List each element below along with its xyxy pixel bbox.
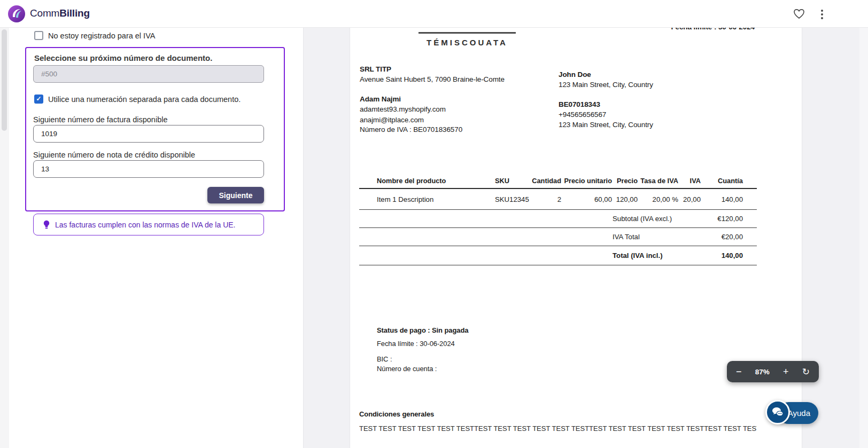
- buyer-phone: +94565656567: [559, 111, 606, 119]
- subtotal-row: Subtotal (IVA excl.) €120,00: [359, 210, 757, 228]
- seller-address: Avenue Saint Hubert 5, 7090 Braine-le-Co…: [360, 75, 505, 83]
- left-panel-scrollbar[interactable]: [0, 28, 9, 448]
- document-number-title: Seleccione su próximo número de document…: [34, 53, 212, 62]
- zoom-controls: − 87% + ↻: [727, 361, 819, 382]
- favorite-heart-icon[interactable]: [793, 7, 808, 21]
- document-number-input[interactable]: [33, 65, 264, 83]
- buyer-address2: 123 Main Street, City, Country: [559, 121, 653, 129]
- invoice-items-table: Nombre del producto SKU Cantidad Precio …: [359, 173, 757, 265]
- invoice-company-name: TÉMISCOUATA: [413, 38, 521, 47]
- table-row: Item 1 Description SKU12345 2 60,00 120,…: [359, 189, 757, 210]
- buyer-address: 123 Main Street, City, Country: [559, 81, 653, 89]
- payment-account-line: Número de cuenta :: [377, 365, 437, 373]
- cell-sku: SKU12345: [487, 195, 530, 203]
- seller-vat-number: Número de IVA : BE0701836570: [360, 125, 462, 133]
- help-chat-icon[interactable]: [765, 400, 790, 425]
- subtotal-value: €120,00: [677, 215, 757, 223]
- col-header-product: Nombre del producto: [359, 177, 487, 185]
- cell-unit-price: 60,00: [561, 195, 612, 203]
- buyer-account-number: BE07018343: [559, 100, 600, 108]
- col-header-vat-rate: Tasa de IVA: [638, 177, 678, 185]
- seller-contact-name: Adam Najmi: [360, 95, 401, 103]
- payment-bic-line: BIC :: [377, 355, 392, 363]
- col-header-vat: IVA: [678, 177, 701, 185]
- separate-numbering-checkbox[interactable]: [34, 95, 43, 104]
- cell-vat: 20,00: [678, 195, 701, 203]
- left-panel-scrollbar-thumb[interactable]: [2, 29, 7, 131]
- kebab-menu-icon[interactable]: [817, 7, 827, 22]
- col-header-unit-price: Precio unitario: [561, 177, 612, 185]
- subtotal-label: Subtotal (IVA excl.): [613, 215, 677, 223]
- commbilling-logo-icon[interactable]: [7, 5, 26, 23]
- grand-total-label: Total (IVA incl.): [613, 251, 677, 260]
- vat-registered-checkbox[interactable]: [34, 31, 43, 40]
- zoom-reset-icon[interactable]: ↻: [802, 367, 810, 376]
- col-header-amount: Cuantía: [701, 177, 757, 185]
- grand-total-value: 140,00: [677, 251, 757, 260]
- zoom-out-button[interactable]: −: [736, 367, 742, 376]
- seller-email: anajmi@itplace.com: [360, 116, 424, 124]
- invoice-preview-page: Fecha límite : 30-06-2024 TÉMISCOUATA SR…: [350, 28, 802, 448]
- invoice-number-label: Siguiente número de factura disponible: [33, 115, 168, 124]
- zoom-in-button[interactable]: +: [783, 367, 789, 376]
- vat-total-value: €20,00: [677, 233, 757, 241]
- lightbulb-icon: [42, 219, 51, 230]
- col-header-quantity: Cantidad: [530, 177, 561, 185]
- terms-text: TEST TEST TEST TEST TEST TESTTEST TEST T…: [359, 425, 757, 433]
- brand-suffix: Billing: [59, 7, 90, 19]
- table-header-row: Nombre del producto SKU Cantidad Precio …: [359, 173, 757, 189]
- seller-website: adamtest93.myshopify.com: [360, 105, 446, 113]
- vat-total-row: IVA Total €20,00: [359, 228, 757, 246]
- cell-price: 120,00: [612, 195, 638, 203]
- vat-compliance-note-text: Las facturas cumplen con las normas de I…: [55, 221, 235, 229]
- page-scrollbar[interactable]: [859, 28, 868, 448]
- credit-note-number-label: Siguiente número de nota de crédito disp…: [33, 151, 195, 159]
- invoice-due-date-top: Fecha límite : 30-06-2024: [671, 28, 755, 31]
- payment-due-line: Fecha límite : 30-06-2024: [377, 340, 455, 348]
- preview-gutter: [802, 28, 859, 448]
- col-header-sku: SKU: [487, 177, 530, 185]
- col-header-price: Precio: [612, 177, 638, 185]
- payment-status-line: Status de pago : Sin pagada: [377, 326, 468, 334]
- vat-registered-label: No estoy registrado para el IVA: [48, 32, 155, 40]
- cell-product: Item 1 Description: [359, 195, 487, 203]
- cell-vat-rate: 20,00 %: [638, 195, 678, 203]
- cell-quantity: 2: [530, 195, 561, 203]
- credit-note-number-input[interactable]: [33, 160, 264, 178]
- grand-total-row: Total (IVA incl.) 140,00: [359, 246, 757, 265]
- vat-total-label: IVA Total: [613, 233, 677, 241]
- panel-gutter: [303, 28, 350, 448]
- invoice-brand-rule: [418, 32, 516, 34]
- zoom-level: 87%: [755, 368, 770, 376]
- next-button[interactable]: Siguiente: [207, 187, 264, 203]
- seller-company: SRL TITP: [360, 65, 391, 73]
- buyer-name: John Doe: [559, 70, 591, 78]
- cell-amount: 140,00: [701, 195, 757, 203]
- brand-prefix: Comm: [30, 7, 59, 19]
- brand-title: CommBilling: [30, 7, 90, 19]
- invoice-number-input[interactable]: [33, 125, 264, 143]
- separate-numbering-label: Utilice una numeración separada para cad…: [48, 95, 241, 104]
- vat-compliance-note: Las facturas cumplen con las normas de I…: [33, 214, 264, 235]
- help-button-label: Ayuda: [788, 408, 810, 418]
- terms-title: Condiciones generales: [359, 410, 434, 418]
- app-header: CommBilling: [0, 0, 868, 28]
